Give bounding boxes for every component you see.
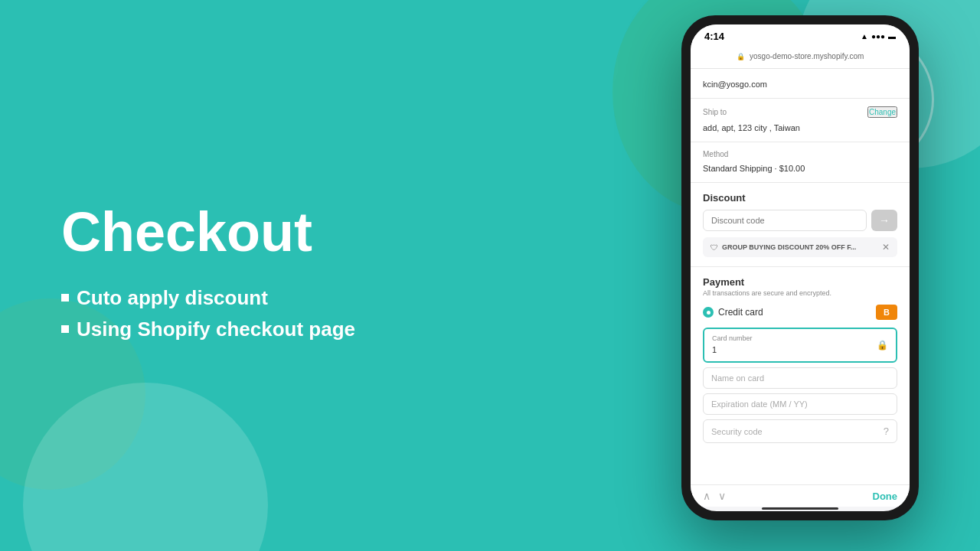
expiration-date-field[interactable]: Expiration date (MM / YY) [703, 393, 897, 415]
signal-icon: ●●● [871, 32, 885, 41]
change-button[interactable]: Change [867, 106, 897, 118]
discount-code-input[interactable] [703, 210, 867, 231]
discount-submit-button[interactable]: → [871, 210, 897, 231]
wifi-icon: ▲ [861, 32, 868, 41]
lock-url-icon: 🔒 [737, 53, 745, 60]
discount-title: Discount [703, 192, 897, 204]
done-button[interactable]: Done [873, 491, 898, 502]
left-content: Checkout Cuto apply discount Using Shopi… [61, 0, 490, 551]
credit-card-label: Credit card [718, 307, 763, 318]
card-number-content: Card number 1 [712, 334, 753, 356]
discount-input-row: → [703, 210, 897, 231]
card-number-value: 1 [712, 345, 717, 354]
email-row: kcin@yosgo.com [691, 69, 910, 99]
payment-subtitle: All transactions are secure and encrypte… [703, 289, 897, 297]
payment-section: Payment All transactions are secure and … [691, 267, 910, 457]
url-bar[interactable]: 🔒 yosgo-demo-store.myshopify.com [691, 45, 910, 69]
security-code-placeholder: Security code [711, 427, 763, 436]
close-discount-badge-button[interactable]: ✕ [882, 242, 890, 253]
method-section: Method Standard Shipping · $10.00 [691, 142, 910, 183]
feature-label-2: Using Shopify checkout page [77, 318, 355, 341]
page-title: Checkout [61, 202, 490, 262]
security-code-field[interactable]: Security code ? [703, 419, 897, 443]
status-time: 4:14 [704, 31, 724, 42]
feature-label-1: Cuto apply discount [77, 286, 268, 310]
status-bar: 4:14 ▲ ●●● ▬ [691, 24, 910, 45]
security-code-help-icon[interactable]: ? [884, 425, 889, 437]
nav-arrows: ∧ ∨ [703, 490, 726, 502]
card-lock-icon: 🔒 [877, 340, 888, 350]
expiration-placeholder: Expiration date (MM / YY) [711, 399, 808, 409]
bullet-icon-2 [61, 325, 69, 333]
ship-to-section: Ship to Change add, apt, 123 city , Taiw… [691, 99, 910, 142]
home-indicator [691, 507, 910, 511]
shield-icon: 🛡 [710, 243, 718, 252]
name-on-card-placeholder: Name on card [711, 373, 764, 383]
ship-to-label: Ship to [703, 108, 727, 116]
home-bar [762, 507, 838, 510]
bullet-icon-1 [61, 294, 69, 302]
phone-mockup: 4:14 ▲ ●●● ▬ 🔒 yosgo-demo-store.myshopif… [681, 15, 919, 520]
card-number-label: Card number [712, 334, 753, 342]
radio-inner [707, 311, 710, 315]
payment-title: Payment [703, 276, 897, 288]
email-text: kcin@yosgo.com [703, 80, 767, 89]
credit-card-radio[interactable] [703, 307, 714, 318]
feature-item-1: Cuto apply discount [61, 286, 490, 310]
phone-frame: 4:14 ▲ ●●● ▬ 🔒 yosgo-demo-store.myshopif… [681, 15, 919, 520]
card-number-field[interactable]: Card number 1 🔒 [703, 328, 897, 363]
discount-badge: 🛡 GROUP BUYING DISCOUNT 20% OFF F... ✕ [703, 237, 897, 257]
bank-icon-button[interactable]: B [876, 305, 897, 320]
battery-icon: ▬ [888, 32, 896, 41]
name-on-card-field[interactable]: Name on card [703, 367, 897, 389]
method-label: Method [703, 150, 728, 158]
discount-badge-left: 🛡 GROUP BUYING DISCOUNT 20% OFF F... [710, 243, 856, 252]
phone-screen: 4:14 ▲ ●●● ▬ 🔒 yosgo-demo-store.myshopif… [691, 24, 910, 511]
discount-badge-text: GROUP BUYING DISCOUNT 20% OFF F... [722, 243, 856, 251]
method-value: Standard Shipping · $10.00 [703, 164, 805, 173]
features-list: Cuto apply discount Using Shopify checko… [61, 286, 490, 349]
phone-content: kcin@yosgo.com Ship to Change add, apt, … [691, 69, 910, 484]
phone-bottom-bar: ∧ ∨ Done [691, 484, 910, 507]
nav-arrow-up[interactable]: ∧ [703, 490, 710, 502]
payment-method-left: Credit card [703, 307, 763, 318]
url-text: yosgo-demo-store.myshopify.com [750, 52, 864, 60]
feature-item-2: Using Shopify checkout page [61, 318, 490, 341]
ship-to-address: add, apt, 123 city , Taiwan [703, 123, 800, 132]
discount-section: Discount → 🛡 GROUP BUYING DISCOUNT 20% O… [691, 183, 910, 267]
nav-arrow-down[interactable]: ∨ [718, 490, 726, 502]
status-icons: ▲ ●●● ▬ [861, 32, 896, 41]
payment-method-row: Credit card B [703, 305, 897, 320]
